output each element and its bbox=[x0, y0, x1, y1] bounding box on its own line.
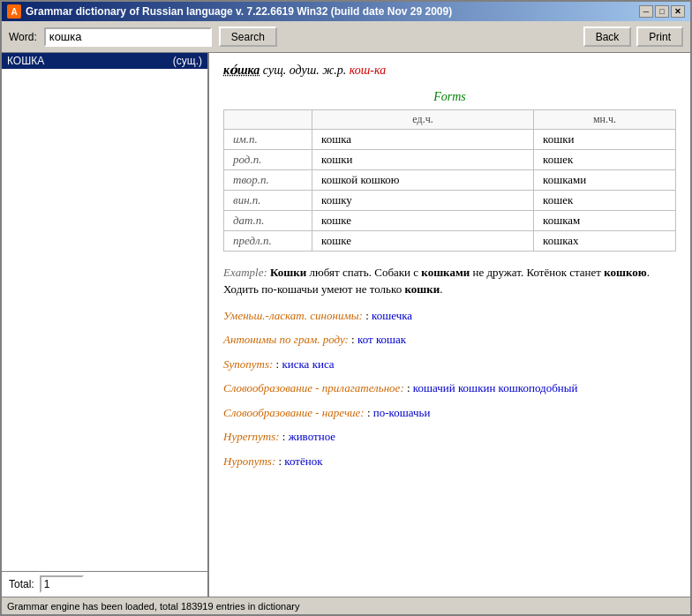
main-window: A Grammar dictionary of Russian language… bbox=[0, 0, 692, 616]
hyponym-value: котёнок bbox=[284, 454, 322, 468]
pl-prep: кошках bbox=[534, 230, 676, 251]
table-row: род.п. кошки кошек bbox=[224, 149, 676, 169]
status-text: Grammar engine has been loaded, total 18… bbox=[7, 601, 299, 612]
table-header-row: ед.ч. мн.ч. bbox=[224, 109, 676, 129]
search-button[interactable]: Search bbox=[219, 26, 277, 47]
close-button[interactable]: ✕ bbox=[671, 5, 685, 18]
right-panel[interactable]: ко́шка сущ. одуш. ж.р. кош-ка Forms ед.ч… bbox=[209, 53, 690, 597]
word-list[interactable]: КОШКА (сущ.) bbox=[2, 53, 207, 571]
diminutive-label: Уменьш.-ласкат. синонимы: bbox=[223, 309, 363, 322]
sg-gen: кошки bbox=[312, 149, 534, 169]
case-acc: вин.п. bbox=[224, 190, 312, 210]
diminutive-section: Уменьш.-ласкат. синонимы: : кошечка bbox=[223, 307, 676, 325]
case-gen: род.п. bbox=[224, 149, 312, 169]
table-row: твор.п. кошкой кошкою кошками bbox=[224, 169, 676, 190]
window-title: Grammar dictionary of Russian language v… bbox=[26, 5, 452, 18]
pl-nom: кошки bbox=[534, 129, 676, 149]
sg-prep: кошке bbox=[312, 230, 534, 251]
table-row: дат.п. кошке кошкам bbox=[224, 210, 676, 230]
list-item[interactable]: КОШКА (сущ.) bbox=[2, 53, 207, 69]
wordform-adv-label: Словообразование - наречие: bbox=[223, 406, 365, 419]
app-icon: A bbox=[7, 4, 21, 19]
list-item-word: КОШКА bbox=[7, 55, 44, 67]
case-dat: дат.п. bbox=[224, 210, 312, 230]
example-text: Кошки любят спать. Собаки с кошками не д… bbox=[223, 266, 650, 297]
diminutive-value: кошечка bbox=[372, 309, 412, 322]
wordform-adv-colon: : bbox=[367, 406, 373, 419]
minimize-button[interactable]: ─ bbox=[639, 5, 653, 18]
hyponym-label: Hyponyms: bbox=[223, 454, 275, 468]
sg-dat: кошке bbox=[312, 210, 534, 230]
toolbar-right: Back Print bbox=[583, 26, 683, 47]
title-bar-left: A Grammar dictionary of Russian language… bbox=[7, 4, 452, 19]
antonym-value: кот кошак bbox=[357, 333, 406, 346]
maximize-button[interactable]: □ bbox=[655, 5, 669, 18]
forms-table: ед.ч. мн.ч. им.п. кошка кошки род.п. кош… bbox=[223, 109, 676, 252]
wordform-adj-section: Словообразование - прилагательное: : кош… bbox=[223, 379, 676, 397]
case-nom: им.п. bbox=[224, 129, 312, 149]
wordform-adj-label: Словообразование - прилагательное: bbox=[223, 381, 404, 394]
header-pl: мн.ч. bbox=[534, 109, 676, 129]
status-bar: Grammar engine has been loaded, total 18… bbox=[2, 597, 690, 614]
forms-title: Forms bbox=[223, 90, 676, 104]
left-footer: Total: bbox=[2, 571, 207, 597]
toolbar: Word: Search Back Print bbox=[2, 21, 690, 53]
header-case bbox=[224, 109, 312, 129]
antonym-colon: : bbox=[351, 333, 357, 346]
table-row: им.п. кошка кошки bbox=[224, 129, 676, 149]
sg-ins: кошкой кошкою bbox=[312, 169, 534, 190]
example-section: Example: Кошки любят спать. Собаки с кош… bbox=[223, 264, 676, 298]
entry-hyphen: кош-ка bbox=[350, 64, 386, 77]
hypernym-colon: : bbox=[282, 430, 289, 443]
hyponym-section: Hyponyms: : котёнок bbox=[223, 453, 676, 470]
table-row: предл.п. кошке кошках bbox=[224, 230, 676, 251]
synonym-section: Synonyms: : киска киса bbox=[223, 356, 676, 373]
hypernym-label: Hypernyms: bbox=[223, 430, 280, 443]
header-sg: ед.ч. bbox=[312, 109, 534, 129]
list-item-pos: (сущ.) bbox=[173, 55, 202, 67]
pl-dat: кошкам bbox=[534, 210, 676, 230]
left-panel: КОШКА (сущ.) Total: bbox=[2, 53, 209, 597]
case-ins: твор.п. bbox=[224, 169, 312, 190]
hypernym-section: Hypernyms: : животное bbox=[223, 428, 676, 446]
hypernym-value: животное bbox=[289, 430, 335, 443]
total-label: Total: bbox=[9, 578, 34, 590]
pl-ins: кошками bbox=[534, 169, 676, 190]
synonym-label: Synonyms: bbox=[223, 357, 273, 371]
sg-nom: кошка bbox=[312, 129, 534, 149]
print-button[interactable]: Print bbox=[636, 26, 683, 47]
wordform-adv-section: Словообразование - наречие: : по-кошачьи bbox=[223, 404, 676, 422]
total-input[interactable] bbox=[40, 575, 84, 593]
word-input[interactable] bbox=[44, 27, 212, 47]
title-bar-buttons: ─ □ ✕ bbox=[639, 5, 685, 18]
entry-header: ко́шка сущ. одуш. ж.р. кош-ка bbox=[223, 62, 676, 79]
main-content: КОШКА (сущ.) Total: ко́шка сущ. одуш. ж.… bbox=[2, 53, 690, 597]
forms-section: Forms ед.ч. мн.ч. им.п. кошка кошки bbox=[223, 90, 676, 252]
entry-grammar: сущ. одуш. ж.р. bbox=[263, 64, 350, 77]
wordform-adj-value: кошачий кошкин кошкоподобный bbox=[413, 381, 578, 394]
back-button[interactable]: Back bbox=[583, 26, 632, 47]
pl-acc: кошек bbox=[534, 190, 676, 210]
antonym-section: Антонимы по грам. роду: : кот кошак bbox=[223, 331, 676, 349]
sg-acc: кошку bbox=[312, 190, 534, 210]
pl-gen: кошек bbox=[534, 149, 676, 169]
wordform-adj-colon: : bbox=[407, 381, 413, 394]
synonym-value: киска киса bbox=[282, 357, 334, 371]
wordform-adv-value: по-кошачьи bbox=[373, 406, 431, 419]
antonym-label: Антонимы по грам. роду: bbox=[223, 333, 349, 346]
entry-word: ко́шка bbox=[223, 64, 260, 77]
table-row: вин.п. кошку кошек bbox=[224, 190, 676, 210]
title-bar: A Grammar dictionary of Russian language… bbox=[2, 2, 690, 21]
case-prep: предл.п. bbox=[224, 230, 312, 251]
example-label: Example: bbox=[223, 266, 267, 279]
word-label: Word: bbox=[9, 31, 37, 43]
